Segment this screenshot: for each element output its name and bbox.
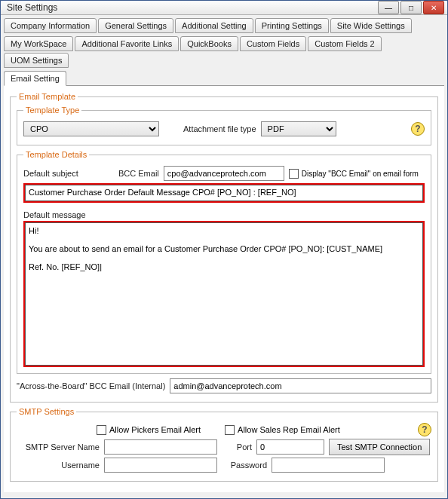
attachment-type-select[interactable]: PDF: [261, 121, 336, 136]
checkbox-box-icon: [225, 425, 235, 435]
help-icon[interactable]: ?: [411, 122, 425, 136]
default-subject-input[interactable]: Customer Purchase Order Default Message …: [25, 185, 423, 201]
tab-site-wide-settings[interactable]: Site Wide Settings: [330, 18, 412, 33]
tab-additional-setting[interactable]: Additional Setting: [175, 18, 253, 33]
tab-my-workspace[interactable]: My WorkSpace: [4, 36, 73, 51]
password-input[interactable]: [272, 458, 385, 473]
dialog-buttons: Save Close: [1, 495, 447, 499]
tab-quickbooks[interactable]: QuickBooks: [180, 36, 238, 51]
display-bcc-label: Display "BCC Email" on email form: [302, 170, 419, 178]
tab-custom-fields[interactable]: Custom Fields: [240, 36, 306, 51]
display-bcc-checkbox[interactable]: Display "BCC Email" on email form: [289, 169, 419, 179]
close-window-button[interactable]: ✕: [423, 1, 444, 14]
email-template-group: Email Template Template Type CPO Attachm…: [10, 92, 438, 403]
template-type-select[interactable]: CPO: [23, 121, 159, 136]
allow-salesrep-label: Allow Sales Rep Email Alert: [238, 425, 340, 434]
username-label: Username: [17, 461, 100, 470]
window-title: Site Settings: [7, 2, 376, 13]
allow-pickers-checkbox[interactable]: Allow Pickers Email Alert: [97, 425, 201, 435]
test-smtp-button[interactable]: Test SMTP Connection: [329, 439, 430, 455]
allow-salesrep-checkbox[interactable]: Allow Sales Rep Email Alert: [225, 425, 340, 435]
default-message-label: Default message: [23, 210, 86, 219]
smtp-legend: SMTP Settings: [17, 407, 76, 416]
checkbox-box-icon: [289, 169, 299, 179]
tab-printing-settings[interactable]: Printing Settings: [255, 18, 329, 33]
smtp-settings-group: SMTP Settings Allow Pickers Email Alert …: [10, 407, 438, 482]
tab-company-information[interactable]: Company Information: [4, 18, 97, 33]
maximize-button[interactable]: □: [400, 1, 422, 14]
email-template-legend: Email Template: [17, 92, 78, 101]
password-label: Password: [222, 461, 267, 470]
username-input[interactable]: [104, 458, 217, 473]
template-type-group: Template Type CPO Attachment file type P…: [17, 106, 431, 145]
tab-general-settings[interactable]: General Settings: [98, 18, 173, 33]
message-highlight-box: Hi! You are about to send an email for a…: [23, 221, 425, 367]
port-label: Port: [222, 442, 252, 452]
tab-email-setting[interactable]: Email Setting: [4, 71, 66, 86]
subject-highlight-box: Customer Purchase Order Default Message …: [23, 183, 425, 203]
template-details-group: Template Details Default subject BCC Ema…: [17, 150, 431, 374]
tab-custom-fields-2[interactable]: Custom Fields 2: [308, 36, 381, 51]
bcc-email-label: BCC Email: [118, 169, 159, 178]
minimize-button[interactable]: —: [378, 1, 399, 14]
help-icon[interactable]: ?: [418, 423, 431, 436]
attachment-label: Attachment file type: [183, 124, 256, 133]
tab-uom-settings[interactable]: UOM Settings: [4, 53, 69, 68]
tabs-row-3: Email Setting: [1, 68, 447, 86]
bcc-email-input[interactable]: [164, 166, 284, 181]
tab-content: Email Template Template Type CPO Attachm…: [4, 85, 444, 492]
tab-additional-favorite-links[interactable]: Additional Favorite Links: [75, 36, 179, 51]
default-message-input[interactable]: Hi! You are about to send an email for a…: [25, 222, 423, 366]
across-bcc-label: "Across-the-Board" BCC Email (Internal): [17, 381, 165, 390]
across-bcc-input[interactable]: [170, 378, 431, 393]
checkbox-box-icon: [97, 425, 106, 435]
port-input[interactable]: [256, 439, 324, 455]
smtp-server-label: SMTP Server Name: [17, 442, 100, 452]
titlebar: Site Settings — □ ✕: [1, 1, 447, 15]
template-details-legend: Template Details: [23, 150, 89, 159]
smtp-server-input[interactable]: [104, 439, 217, 455]
tabs-row-1: Company Information General Settings Add…: [1, 15, 447, 33]
tabs-row-2: My WorkSpace Additional Favorite Links Q…: [1, 33, 447, 68]
allow-pickers-label: Allow Pickers Email Alert: [109, 425, 201, 434]
default-subject-label: Default subject: [23, 169, 114, 178]
template-type-legend: Template Type: [23, 106, 81, 115]
